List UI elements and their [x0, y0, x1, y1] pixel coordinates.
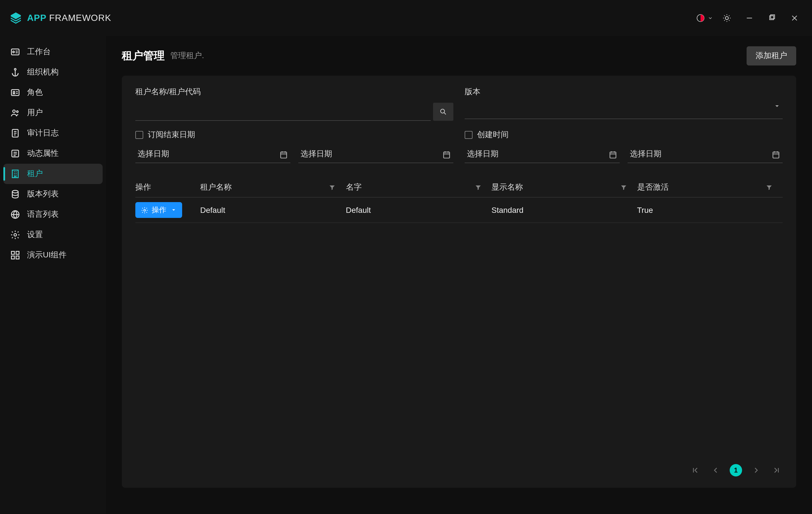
window-minimize-button[interactable]	[741, 9, 758, 27]
created-date-from[interactable]: 选择日期	[465, 146, 620, 163]
th-tenant-name[interactable]: 租户名称	[200, 182, 346, 192]
svg-point-26	[144, 209, 146, 211]
sidebar-item-dynamic-props[interactable]: 动态属性	[3, 143, 103, 164]
tenant-search-input[interactable]	[135, 103, 431, 121]
sidebar-item-dashboard[interactable]: 工作台	[3, 42, 103, 62]
sidebar-item-settings[interactable]: 设置	[3, 225, 103, 245]
th-display-name[interactable]: 显示名称	[491, 182, 637, 192]
sidebar-item-label: 工作台	[27, 47, 51, 57]
window-maximize-button[interactable]	[763, 9, 780, 27]
svg-point-1	[725, 17, 729, 20]
filter-icon[interactable]	[329, 184, 346, 191]
sidebar-item-demo-ui[interactable]: 演示UI组件	[3, 245, 103, 265]
row-action-button[interactable]: 操作	[135, 202, 182, 218]
id-icon	[10, 87, 20, 98]
language-switcher[interactable]	[696, 9, 713, 27]
cell-tenant-name: Default	[200, 206, 346, 215]
sub-end-checkbox[interactable]	[135, 131, 143, 139]
sidebar-item-label: 租户	[27, 169, 43, 179]
app-logo: APP FRAMEWORK	[9, 11, 111, 25]
pager-prev-button[interactable]	[709, 464, 722, 477]
th-label: 显示名称	[491, 182, 523, 192]
logo-framework: FRAMEWORK	[49, 13, 111, 23]
svg-rect-7	[11, 90, 19, 96]
sidebar-item-roles[interactable]: 角色	[3, 82, 103, 103]
th-active[interactable]: 是否激活	[637, 182, 783, 192]
anchor-icon	[10, 67, 20, 77]
page-subtitle: 管理租户.	[170, 51, 204, 61]
logo-icon	[9, 11, 23, 25]
sidebar-item-audit[interactable]: 审计日志	[3, 123, 103, 143]
svg-rect-17	[11, 251, 14, 254]
sidebar-item-label: 角色	[27, 87, 43, 98]
created-date-to[interactable]: 选择日期	[628, 146, 783, 163]
date-placeholder: 选择日期	[298, 146, 453, 163]
content-card: 租户名称/租户代码 版本	[122, 76, 796, 488]
date-placeholder: 选择日期	[135, 146, 290, 163]
logo-app: APP	[27, 13, 46, 23]
svg-point-14	[12, 191, 18, 193]
close-icon	[790, 14, 799, 22]
th-label: 是否激活	[637, 182, 669, 192]
sub-end-date-to[interactable]: 选择日期	[298, 146, 453, 163]
filter-icon[interactable]	[620, 184, 637, 191]
cell-display-name: Standard	[491, 206, 637, 215]
th-label: 操作	[135, 182, 151, 192]
sidebar-item-label: 版本列表	[27, 189, 59, 199]
filter-label: 创建时间	[477, 130, 509, 140]
created-checkbox[interactable]	[465, 131, 472, 139]
pager-last-button[interactable]	[770, 464, 783, 477]
edition-select[interactable]	[465, 103, 783, 119]
svg-rect-20	[16, 256, 19, 259]
pager-next-button[interactable]	[750, 464, 762, 477]
table-row: 操作 Default Default Standard True	[135, 197, 783, 223]
sidebar-item-label: 动态属性	[27, 148, 59, 159]
form-icon	[10, 148, 20, 159]
search-icon	[439, 108, 447, 116]
filter-icon[interactable]	[766, 184, 783, 191]
sidebar-item-tenants[interactable]: 租户	[3, 164, 103, 184]
svg-point-5	[13, 51, 14, 53]
action-label: 操作	[152, 205, 166, 215]
pagination: 1	[135, 453, 783, 477]
pager-page-current[interactable]: 1	[730, 464, 742, 477]
cell-active: True	[637, 206, 783, 215]
sidebar-item-editions[interactable]: 版本列表	[3, 184, 103, 205]
dashboard-icon	[10, 47, 20, 57]
sidebar-item-org[interactable]: 组织机构	[3, 62, 103, 82]
date-placeholder: 选择日期	[465, 146, 620, 163]
pager-first-button[interactable]	[689, 464, 701, 477]
svg-point-21	[441, 109, 445, 113]
filter-label: 版本	[465, 87, 783, 97]
gear-icon	[10, 230, 20, 240]
caret-down-icon	[707, 15, 713, 21]
page-title: 租户管理	[122, 49, 165, 63]
window-close-button[interactable]	[786, 9, 803, 27]
svg-rect-18	[16, 251, 19, 254]
filter-edition: 版本	[465, 87, 783, 121]
th-label: 租户名称	[200, 182, 232, 192]
main-content: 租户管理 管理租户. 添加租户 租户名称/租户代码 版本	[106, 36, 812, 514]
globe-icon	[10, 210, 20, 220]
th-name[interactable]: 名字	[346, 182, 492, 192]
components-icon	[10, 250, 20, 260]
table-header: 操作 租户名称 名字 显示名称 是否激活	[135, 178, 783, 197]
theme-toggle-button[interactable]	[718, 9, 735, 27]
sidebar-item-languages[interactable]: 语言列表	[3, 205, 103, 225]
sidebar-item-label: 演示UI组件	[27, 250, 66, 260]
sub-end-date-from[interactable]: 选择日期	[135, 146, 290, 163]
tenants-table: 操作 租户名称 名字 显示名称 是否激活	[135, 178, 783, 223]
sidebar-item-users[interactable]: 用户	[3, 103, 103, 123]
sidebar-item-label: 语言列表	[27, 210, 59, 220]
users-icon	[10, 108, 20, 118]
sidebar-item-label: 审计日志	[27, 128, 59, 138]
svg-rect-2	[770, 16, 774, 20]
filter-label: 订阅结束日期	[148, 130, 195, 140]
filter-icon[interactable]	[474, 184, 491, 191]
th-label: 名字	[346, 182, 362, 192]
filter-sub-end: 订阅结束日期 选择日期 选择日期	[135, 130, 453, 163]
add-tenant-button[interactable]: 添加租户	[747, 46, 796, 65]
search-button[interactable]	[433, 103, 453, 121]
date-placeholder: 选择日期	[628, 146, 783, 163]
svg-point-6	[14, 69, 16, 70]
